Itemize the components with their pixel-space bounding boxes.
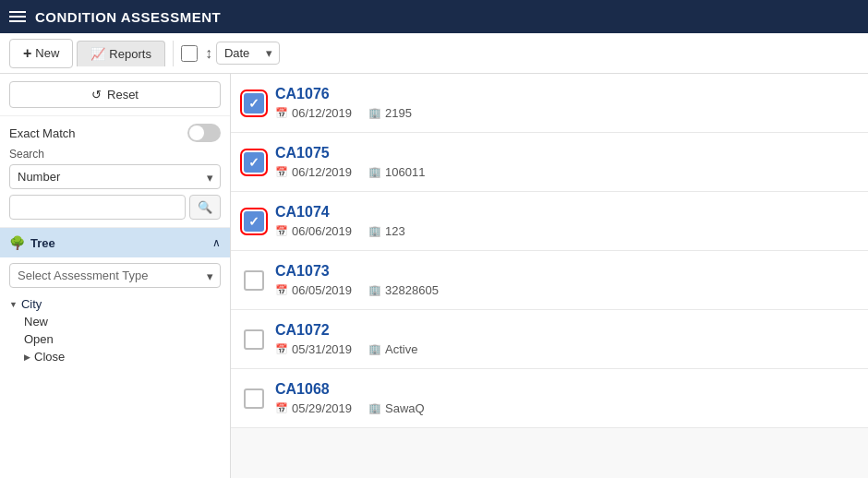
item-ref: 🏢 32828605: [368, 283, 439, 297]
tree-header[interactable]: 🌳 Tree ∧: [0, 228, 230, 257]
tree-sub-item-close-label: Close: [34, 350, 65, 364]
main-layout: ↺ Reset Exact Match Search Number Name I…: [0, 74, 868, 478]
item-checkbox-ca1074[interactable]: [244, 211, 264, 232]
calendar-icon: 📅: [275, 107, 288, 119]
list-item: CA1073📅 06/05/2019🏢 32828605: [231, 251, 868, 310]
building-icon: 🏢: [368, 166, 381, 178]
tree-label: Tree: [30, 236, 55, 250]
item-checkbox-ca1073[interactable]: [244, 270, 264, 291]
search-type-select[interactable]: Number Name ID: [9, 164, 221, 189]
toolbar-divider: [173, 41, 174, 66]
item-info-ca1073: CA1073📅 06/05/2019🏢 32828605: [275, 263, 855, 297]
calendar-icon: 📅: [275, 284, 288, 296]
item-date: 📅 05/29/2019: [275, 401, 352, 415]
sort-icon: ↕: [205, 45, 212, 62]
item-info-ca1074: CA1074📅 06/06/2019🏢 123: [275, 204, 855, 238]
item-ref: 🏢 106011: [368, 165, 425, 179]
item-ref: 🏢 123: [368, 224, 405, 238]
tree-items: City New Open ▶ Close: [9, 295, 221, 367]
item-checkbox-ca1068[interactable]: [244, 388, 264, 409]
item-date: 📅 06/05/2019: [275, 283, 352, 297]
building-icon: 🏢: [368, 343, 381, 355]
sort-select-wrapper: Date Name ID: [216, 42, 280, 65]
tree-type-select-wrapper: Select Assessment Type: [9, 263, 221, 288]
exact-match-label: Exact Match: [9, 126, 76, 140]
building-icon: 🏢: [368, 107, 381, 119]
item-meta-ca1076: 📅 06/12/2019🏢 2195: [275, 106, 855, 120]
list-item: CA1074📅 06/06/2019🏢 123: [231, 192, 868, 251]
tree-arrow-icon: ▶: [24, 353, 30, 362]
assessment-type-select[interactable]: Select Assessment Type: [9, 263, 221, 288]
list-item: CA1075📅 06/12/2019🏢 106011: [231, 133, 868, 192]
item-id-ca1076[interactable]: CA1076: [275, 86, 855, 102]
item-id-ca1075[interactable]: CA1075: [275, 145, 855, 161]
item-ref: 🏢 2195: [368, 106, 412, 120]
item-meta-ca1068: 📅 05/29/2019🏢 SawaQ: [275, 401, 855, 415]
plus-icon: +: [23, 45, 31, 62]
content-area: CA1076📅 06/12/2019🏢 2195CA1075📅 06/12/20…: [231, 74, 868, 478]
item-checkbox-ca1072[interactable]: [244, 329, 264, 350]
select-all-checkbox[interactable]: [181, 45, 198, 62]
item-meta-ca1072: 📅 05/31/2019🏢 Active: [275, 342, 855, 356]
building-icon: 🏢: [368, 402, 381, 414]
item-info-ca1075: CA1075📅 06/12/2019🏢 106011: [275, 145, 855, 179]
new-label: New: [35, 46, 59, 60]
new-button[interactable]: + New: [9, 39, 73, 68]
item-id-ca1072[interactable]: CA1072: [275, 322, 855, 339]
tree-sub-item-new-label: New: [24, 315, 48, 329]
city-label: City: [21, 297, 42, 311]
item-date: 📅 06/06/2019: [275, 224, 352, 238]
list-item: CA1076📅 06/12/2019🏢 2195: [231, 74, 868, 133]
search-icon: 🔍: [198, 200, 212, 214]
calendar-icon: 📅: [275, 166, 288, 178]
tree-sub-item-open-label: Open: [24, 332, 54, 346]
item-checkbox-ca1076[interactable]: [244, 93, 264, 114]
item-meta-ca1073: 📅 06/05/2019🏢 32828605: [275, 283, 855, 297]
calendar-icon: 📅: [275, 225, 288, 237]
list-item: CA1068📅 05/29/2019🏢 SawaQ: [231, 369, 868, 428]
item-id-ca1073[interactable]: CA1073: [275, 263, 855, 280]
sidebar: ↺ Reset Exact Match Search Number Name I…: [0, 74, 231, 478]
reports-button[interactable]: 📈 Reports: [77, 41, 165, 66]
exact-match-toggle[interactable]: [187, 124, 221, 142]
tree-sub-item-close[interactable]: ▶ Close: [24, 348, 221, 365]
item-checkbox-ca1075[interactable]: [244, 152, 264, 173]
search-go-button[interactable]: 🔍: [189, 195, 221, 220]
reset-button[interactable]: ↺ Reset: [9, 81, 221, 108]
city-node[interactable]: City: [9, 297, 221, 311]
search-input[interactable]: [9, 195, 186, 220]
calendar-icon: 📅: [275, 402, 288, 414]
item-info-ca1076: CA1076📅 06/12/2019🏢 2195: [275, 86, 855, 120]
chevron-up-icon: ∧: [212, 236, 221, 249]
search-type-select-wrapper: Number Name ID: [9, 164, 221, 189]
tree-header-left: 🌳 Tree: [9, 235, 55, 250]
building-icon: 🏢: [368, 225, 381, 237]
item-info-ca1068: CA1068📅 05/29/2019🏢 SawaQ: [275, 381, 855, 415]
reports-icon: 📈: [90, 47, 105, 61]
tree-sub-item-open[interactable]: Open: [24, 330, 221, 348]
item-ref: 🏢 Active: [368, 342, 417, 356]
reset-icon: ↺: [91, 88, 102, 102]
tree-icon: 🌳: [9, 235, 25, 250]
exact-match-row: Exact Match: [9, 124, 221, 142]
tree-content: Select Assessment Type City New Open: [0, 257, 230, 478]
item-info-ca1072: CA1072📅 05/31/2019🏢 Active: [275, 322, 855, 356]
hamburger-icon[interactable]: [9, 11, 26, 22]
reports-label: Reports: [109, 47, 151, 61]
search-label: Search: [9, 148, 221, 161]
item-ref: 🏢 SawaQ: [368, 401, 425, 415]
sort-select[interactable]: Date Name ID: [216, 42, 280, 65]
search-input-row: 🔍: [9, 195, 221, 220]
sidebar-filters: Exact Match Search Number Name ID 🔍: [0, 116, 230, 228]
tree-item-city: City New Open ▶ Close: [9, 295, 221, 367]
app-title: CONDITION ASSESSMENT: [35, 9, 221, 25]
tree-sub-item-new[interactable]: New: [24, 313, 221, 330]
item-date: 📅 06/12/2019: [275, 165, 352, 179]
tree-sub-items: New Open ▶ Close: [9, 313, 221, 365]
item-id-ca1074[interactable]: CA1074: [275, 204, 855, 221]
calendar-icon: 📅: [275, 343, 288, 355]
item-id-ca1068[interactable]: CA1068: [275, 381, 855, 398]
list-item: CA1072📅 05/31/2019🏢 Active: [231, 310, 868, 369]
toolbar: + New 📈 Reports ↕ Date Name ID: [0, 33, 868, 74]
sidebar-reset-area: ↺ Reset: [0, 74, 230, 116]
